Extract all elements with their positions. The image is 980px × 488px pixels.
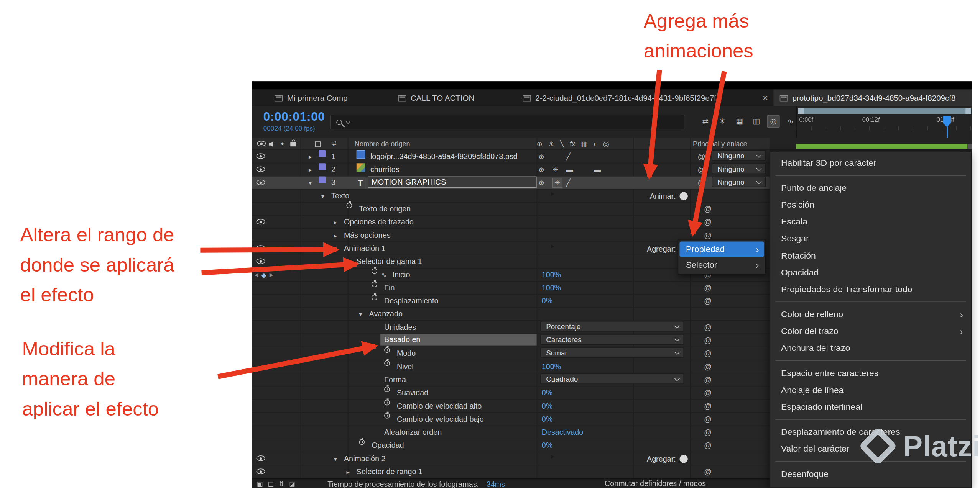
- menu-item[interactable]: Desplazamiento de caracteres: [770, 424, 971, 441]
- parent-dropdown[interactable]: Ninguno: [712, 177, 766, 187]
- property-value[interactable]: 100%: [542, 360, 561, 373]
- parent-pickwhip-icon[interactable]: @: [698, 163, 705, 176]
- prop-row[interactable]: Cambio de velocidad alto0%@: [252, 400, 770, 413]
- property-pickwhip-icon[interactable]: @: [704, 465, 712, 478]
- twirl-down-icon[interactable]: ▾: [334, 452, 337, 465]
- parent-dropdown[interactable]: Ninguno: [712, 150, 766, 161]
- group-row[interactable]: ▾Avanzado: [252, 308, 770, 321]
- twirl-down-icon[interactable]: ▾: [321, 190, 324, 203]
- effects-active-icon[interactable]: ☀: [552, 178, 562, 188]
- property-value[interactable]: Desactivado: [542, 426, 583, 439]
- collapse-transformations-icon[interactable]: ⊕: [539, 177, 544, 190]
- twirl-right-icon[interactable]: ▸: [309, 163, 312, 176]
- group-row[interactable]: ▸Selector de rango 1@: [252, 465, 770, 478]
- visibility-column-icon[interactable]: [257, 138, 266, 146]
- property-pickwhip-icon[interactable]: @: [704, 386, 712, 400]
- property-pickwhip-icon[interactable]: @: [704, 295, 712, 308]
- menu-item[interactable]: Propiedades de Transformar todo: [770, 281, 971, 298]
- effects-icon[interactable]: ☀: [552, 163, 559, 176]
- property-pickwhip-icon[interactable]: @: [704, 373, 712, 386]
- collapse-transformations-icon[interactable]: ⊕: [539, 163, 544, 176]
- property-value[interactable]: 100%: [542, 269, 561, 282]
- menu-item[interactable]: Desenfoque: [770, 465, 971, 482]
- time-ruler[interactable]: 0:00f00:12f01:00f: [796, 106, 972, 138]
- quality-icon[interactable]: ╱: [566, 150, 571, 163]
- group-row[interactable]: ▾Animación 2Agregar:: [252, 452, 770, 465]
- menu-item[interactable]: Sesgar: [770, 230, 971, 247]
- solo-column-icon[interactable]: ●: [281, 138, 284, 150]
- shy-layers-icon[interactable]: ▦: [733, 115, 746, 128]
- prev-keyframe-icon[interactable]: ◀: [255, 272, 258, 278]
- prop-row[interactable]: Fin100%@: [252, 282, 770, 295]
- menu-item[interactable]: Anchura del trazo: [770, 340, 971, 357]
- prop-row[interactable]: Nivel100%@: [252, 360, 770, 373]
- frame-blend-icon[interactable]: ▬: [566, 163, 573, 176]
- menu-item[interactable]: Color de relleno›: [770, 306, 971, 323]
- collapse-transformations-icon[interactable]: ⊕: [539, 150, 544, 163]
- keyframe-navigator[interactable]: ◀◆▶: [255, 269, 287, 282]
- menu-item[interactable]: Valor del carácter: [770, 441, 971, 457]
- property-value[interactable]: 0%: [542, 439, 552, 452]
- transfer-controls-icon[interactable]: ⇅: [279, 480, 284, 487]
- prop-row[interactable]: ModoSumar@: [252, 347, 770, 360]
- source-name-column[interactable]: Nombre de origen: [355, 138, 410, 150]
- property-pickwhip-icon[interactable]: @: [704, 334, 712, 347]
- twirl-down-icon[interactable]: ▾: [309, 177, 312, 190]
- layer-name-field[interactable]: MOTION GRAPHICS: [368, 177, 536, 188]
- search-field[interactable]: [330, 115, 685, 129]
- prop-row[interactable]: Aleatorizar ordenDesactivado@: [252, 426, 770, 439]
- current-timecode[interactable]: 0:00:01:00: [263, 110, 325, 124]
- menu-item[interactable]: Habilitar 3D por carácter: [770, 154, 971, 171]
- menu-item[interactable]: Espacio entre caracteres: [770, 365, 971, 382]
- keyframe-icon[interactable]: ◆: [261, 272, 266, 278]
- audio-column-icon[interactable]: [269, 138, 275, 147]
- comp-mini-map-icon[interactable]: ▣: [257, 480, 263, 487]
- lock-column-icon[interactable]: [290, 138, 296, 146]
- label-column-icon[interactable]: [315, 138, 321, 147]
- property-pickwhip-icon[interactable]: @: [704, 400, 712, 413]
- menu-item-selector[interactable]: Selector›: [679, 257, 764, 273]
- prop-row[interactable]: Basado enCaracteres@: [252, 334, 770, 347]
- menu-item[interactable]: Escala: [770, 213, 971, 230]
- tab-3[interactable]: 2-2-ciudad_01de0ed7-181c-4d94-8431-9bf65…: [516, 90, 760, 106]
- prop-row[interactable]: Opacidad0%@: [252, 439, 770, 452]
- property-value[interactable]: 100%: [542, 282, 561, 295]
- group-row[interactable]: ▾TextoAnimar:: [252, 190, 770, 203]
- next-keyframe-icon[interactable]: ▶: [270, 272, 273, 278]
- draft-3d-icon[interactable]: ☀: [716, 115, 729, 128]
- time-navigator-bar[interactable]: [798, 108, 971, 114]
- property-value[interactable]: 0%: [542, 413, 552, 426]
- expand-panes-icon[interactable]: ▤: [268, 480, 274, 487]
- property-pickwhip-icon[interactable]: @: [704, 203, 712, 216]
- add-menu-button[interactable]: [679, 455, 687, 463]
- parent-dropdown[interactable]: Ninguno: [712, 163, 766, 174]
- prop-row[interactable]: Cambio de velocidad bajo0%@: [252, 413, 770, 426]
- twirl-right-icon[interactable]: ▸: [346, 465, 349, 478]
- twirl-right-icon[interactable]: ▸: [334, 229, 337, 242]
- graph-editor-icon[interactable]: ∿: [784, 115, 797, 128]
- property-value[interactable]: 0%: [542, 386, 552, 400]
- menu-item[interactable]: Opacidad: [770, 264, 971, 281]
- toggle-switches-modes-button[interactable]: Conmutar definidores / modos: [605, 479, 706, 488]
- work-area-bar[interactable]: [796, 144, 967, 149]
- group-row[interactable]: ▸Opciones de trazado@: [252, 216, 770, 229]
- parent-pickwhip-icon[interactable]: @: [698, 177, 705, 190]
- frame-blend-icon[interactable]: ▥: [750, 115, 763, 128]
- highlighted-property[interactable]: Basado en: [380, 334, 536, 345]
- menu-item[interactable]: Posición: [770, 197, 971, 213]
- motion-blur-icon[interactable]: ◎: [767, 115, 780, 128]
- layer-row[interactable]: ▸2churritos⊕☀▬▬@Ninguno: [252, 163, 770, 176]
- quality-icon[interactable]: ╱: [566, 177, 571, 190]
- graph-icon[interactable]: ∿: [381, 269, 387, 282]
- property-pickwhip-icon[interactable]: @: [704, 439, 712, 452]
- label-color-chip[interactable]: [319, 150, 326, 157]
- property-dropdown[interactable]: Sumar: [540, 347, 684, 358]
- twirl-right-icon[interactable]: ▸: [309, 150, 312, 163]
- property-dropdown[interactable]: Porcentaje: [540, 321, 684, 332]
- layer-row[interactable]: ▸1logo/pr...34d9-4850-a9a4-f8209cf8d073.…: [252, 150, 770, 163]
- prop-row[interactable]: UnidadesPorcentaje@: [252, 321, 770, 334]
- property-dropdown[interactable]: Cuadrado: [540, 373, 684, 384]
- animate-menu-button[interactable]: [679, 192, 687, 200]
- twirl-down-icon[interactable]: ▾: [359, 308, 362, 321]
- layer-row[interactable]: ▾3TMOTION GRAPHICS⊕☀╱@Ninguno: [252, 177, 770, 190]
